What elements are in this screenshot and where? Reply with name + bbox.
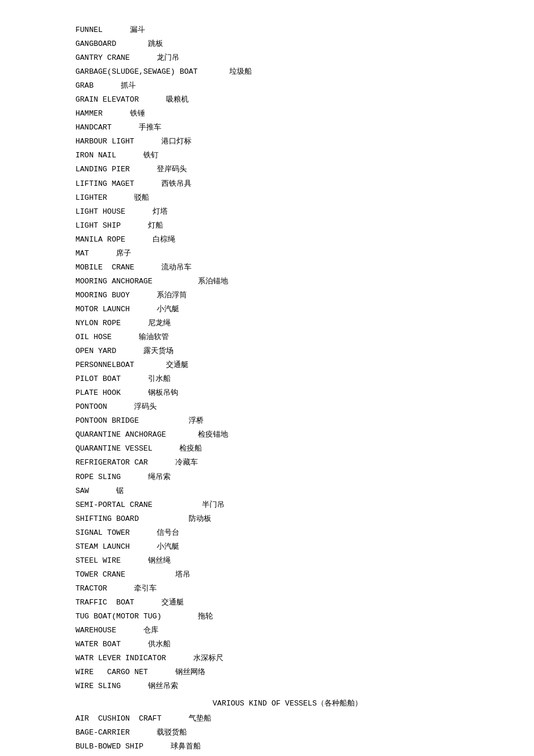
list-item: WATR LEVER INDICATOR 水深标尺	[75, 651, 499, 665]
list-item: WIRE SLING 钢丝吊索	[75, 679, 499, 693]
list-item: TRACTOR 牵引车	[75, 582, 499, 596]
list-item: HAMMER 铁锤	[75, 107, 499, 121]
list-item: GARBAGE(SLUDGE,SEWAGE) BOAT 垃圾船	[75, 65, 499, 79]
list-item: NYLON ROPE 尼龙绳	[75, 316, 499, 330]
list-item: OPEN YARD 露天货场	[75, 344, 499, 358]
list-item: WIRE CARGO NET 钢丝网络	[75, 665, 499, 679]
list-item: BULB-BOWED SHIP 球鼻首船	[75, 740, 499, 754]
list-item: GANGBOARD 跳板	[75, 37, 499, 51]
list-item: MANILA ROPE 白棕绳	[75, 233, 499, 247]
list-item: IRON NAIL 铁钉	[75, 149, 499, 163]
list-item: BULK-CARRIER 散货船	[75, 754, 499, 756]
list-item: PLATE HOOK 钢板吊钩	[75, 386, 499, 400]
list-item: LIFTING MAGET 西铁吊具	[75, 177, 499, 191]
list-item: ROPE SLING 绳吊索	[75, 470, 499, 484]
list-item: AIR CUSHION CRAFT 气垫船	[75, 712, 499, 726]
list-item: LANDING PIER 登岸码头	[75, 163, 499, 177]
list-item: LIGHT HOUSE 灯塔	[75, 205, 499, 219]
list-item: MAT 席子	[75, 247, 499, 261]
list-item: HARBOUR LIGHT 港口灯标	[75, 135, 499, 149]
list-item: STEAM LAUNCH 小汽艇	[75, 540, 499, 554]
list-item: TRAFFIC BOAT 交通艇	[75, 596, 499, 610]
list-item: TUG BOAT(MOTOR TUG) 拖轮	[75, 610, 499, 624]
list-item: LIGHTER 驳船	[75, 191, 499, 205]
list-item: MOBILE CRANE 流动吊车	[75, 261, 499, 275]
list-item: WAREHOUSE 仓库	[75, 624, 499, 638]
list-item: LIGHT SHIP 灯船	[75, 219, 499, 233]
main-content: FUNNEL 漏斗GANGBOARD 跳板GANTRY CRANE 龙门吊GAR…	[75, 23, 499, 756]
list-item: SAW 锯	[75, 484, 499, 498]
list-item: MOORING BUOY 系泊浮筒	[75, 289, 499, 303]
list-item: PERSONNELBOAT 交通艇	[75, 358, 499, 372]
list-item: OIL HOSE 输油软管	[75, 330, 499, 344]
list-item: QUARANTINE ANCHORAGE 检疫锚地	[75, 428, 499, 442]
list-item: BAGE-CARRIER 载驳货船	[75, 726, 499, 740]
list-item: HANDCART 手推车	[75, 121, 499, 135]
list-item: PONTOON BRIDGE 浮桥	[75, 414, 499, 428]
list-item: MOTOR LAUNCH 小汽艇	[75, 303, 499, 316]
list-item: STEEL WIRE 钢丝绳	[75, 554, 499, 568]
list-item: GRAB 抓斗	[75, 79, 499, 93]
list-item: TOWER CRANE 塔吊	[75, 568, 499, 582]
list-item: PILOT BOAT 引水船	[75, 372, 499, 386]
list-item: REFRIGERATOR CAR 冷藏车	[75, 456, 499, 470]
list-item: QUARANTINE VESSEL 检疫船	[75, 442, 499, 456]
section-header: VARIOUS KIND OF VESSELS（各种船舶）	[75, 697, 499, 711]
list-item: WATER BOAT 供水船	[75, 638, 499, 651]
list-item: FUNNEL 漏斗	[75, 23, 499, 37]
list-item: SEMI-PORTAL CRANE 半门吊	[75, 498, 499, 512]
list-item: MOORING ANCHORAGE 系泊锚地	[75, 275, 499, 289]
list-item: SIGNAL TOWER 信号台	[75, 526, 499, 540]
list-item: GRAIN ELEVATOR 吸粮机	[75, 93, 499, 107]
list-item: PONTOON 浮码头	[75, 400, 499, 414]
list-item: GANTRY CRANE 龙门吊	[75, 51, 499, 65]
list-item: SHIFTING BOARD 防动板	[75, 512, 499, 526]
